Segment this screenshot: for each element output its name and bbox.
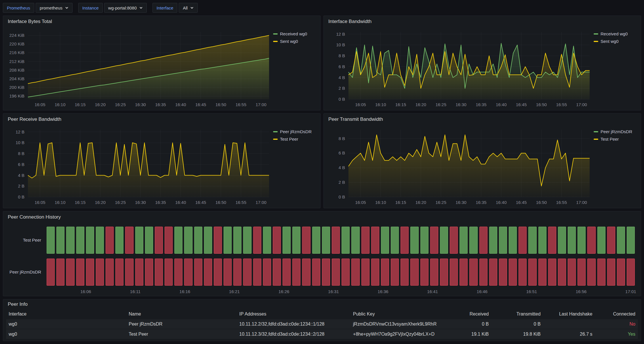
column-header[interactable]: Transmitted — [491, 309, 543, 319]
state-bar-disconnected[interactable] — [430, 227, 438, 254]
state-bar-disconnected[interactable] — [371, 227, 379, 254]
state-bar-disconnected[interactable] — [410, 259, 418, 286]
state-bar-disconnected[interactable] — [233, 259, 241, 286]
state-bar-disconnected[interactable] — [479, 227, 487, 254]
state-bar-disconnected[interactable] — [214, 227, 222, 254]
state-bar-connected[interactable] — [66, 227, 74, 254]
state-bar-disconnected[interactable] — [174, 259, 182, 286]
state-bar-disconnected[interactable] — [204, 259, 212, 286]
state-bar-connected[interactable] — [617, 227, 625, 254]
state-bar-connected[interactable] — [145, 227, 153, 254]
state-bar-connected[interactable] — [489, 227, 497, 254]
state-bar-connected[interactable] — [351, 227, 359, 254]
state-bar-disconnected[interactable] — [243, 259, 251, 286]
state-bar-disconnected[interactable] — [607, 259, 615, 286]
state-bar-disconnected[interactable] — [283, 259, 291, 286]
legend-item[interactable]: Received wg0 — [594, 31, 637, 36]
state-bar-connected[interactable] — [47, 227, 55, 254]
state-bar-disconnected[interactable] — [450, 259, 458, 286]
panel-title[interactable]: Peer Receive Bandwidth — [3, 114, 320, 125]
legend-item[interactable]: Test Peer — [273, 137, 317, 142]
state-bar-connected[interactable] — [578, 227, 586, 254]
state-bar-connected[interactable] — [263, 227, 271, 254]
table-row[interactable]: wg0Test Peer10.11.12.3/32,fdfd:d3ad:c0de… — [6, 329, 638, 339]
panel-title[interactable]: Interface Bytes Total — [3, 16, 320, 27]
time-series-chart[interactable]: 0 B2 B4 B6 B8 B16:0516:1016:1516:2016:25… — [326, 125, 594, 207]
state-bar-disconnected[interactable] — [106, 227, 114, 254]
state-bar-connected[interactable] — [174, 227, 182, 254]
state-bar-disconnected[interactable] — [587, 259, 595, 286]
state-bar-disconnected[interactable] — [597, 259, 605, 286]
column-header[interactable]: Connected — [595, 309, 638, 319]
state-bar-disconnected[interactable] — [578, 259, 586, 286]
time-series-chart[interactable]: 0 B2 B4 B6 B8 B10 B12 B16:0516:1016:1516… — [5, 125, 273, 207]
state-bar-disconnected[interactable] — [292, 259, 300, 286]
var-instance-select[interactable]: wg-portal:8080 — [104, 3, 147, 13]
column-header[interactable]: IP Addresses — [237, 309, 350, 319]
state-bar-disconnected[interactable] — [361, 259, 369, 286]
panel-title[interactable]: Peer Connection History — [3, 211, 641, 223]
panel-title[interactable]: Interface Bandwidth — [324, 16, 641, 27]
state-bar-disconnected[interactable] — [607, 227, 615, 254]
state-bar-disconnected[interactable] — [115, 259, 123, 286]
state-bar-disconnected[interactable] — [469, 259, 477, 286]
state-bar-disconnected[interactable] — [194, 259, 202, 286]
table-row[interactable]: wg0Peer jRzmDsDR10.11.12.2/32,fdfd:d3ad:… — [6, 319, 638, 329]
state-bar-disconnected[interactable] — [322, 259, 330, 286]
legend-item[interactable]: Peer jRzmDsDR — [273, 129, 317, 134]
time-series-chart[interactable]: 196 KiB200 KiB204 KiB208 KiB212 KiB216 K… — [5, 27, 273, 109]
legend-item[interactable]: Sent wg0 — [273, 39, 317, 44]
state-bar-disconnected[interactable] — [627, 259, 635, 286]
state-bar-disconnected[interactable] — [273, 259, 281, 286]
state-bar-disconnected[interactable] — [224, 259, 232, 286]
state-bar-disconnected[interactable] — [263, 259, 271, 286]
state-bar-disconnected[interactable] — [499, 259, 507, 286]
panel-title[interactable]: Peer Transmit Bandwidth — [324, 114, 641, 125]
state-bar-connected[interactable] — [312, 227, 320, 254]
state-bar-connected[interactable] — [204, 227, 212, 254]
state-bar-connected[interactable] — [135, 227, 143, 254]
state-bar-disconnected[interactable] — [86, 259, 94, 286]
state-bar-disconnected[interactable] — [440, 259, 448, 286]
state-bar-disconnected[interactable] — [332, 259, 340, 286]
state-bar-disconnected[interactable] — [332, 227, 340, 254]
column-header[interactable]: Public Key — [350, 309, 445, 319]
state-bar-connected[interactable] — [224, 227, 232, 254]
chart-canvas[interactable]: 0 B2 B4 B6 B8 B16:0516:1016:1516:2016:25… — [326, 125, 594, 207]
state-bar-connected[interactable] — [420, 227, 428, 254]
legend-item[interactable]: Received wg0 — [273, 31, 317, 36]
state-bar-disconnected[interactable] — [381, 259, 389, 286]
state-bar-disconnected[interactable] — [165, 259, 173, 286]
state-bar-connected[interactable] — [558, 227, 566, 254]
legend-item[interactable]: Test Peer — [594, 137, 637, 142]
state-bar-disconnected[interactable] — [351, 259, 359, 286]
state-bar-disconnected[interactable] — [420, 259, 428, 286]
state-bar-disconnected[interactable] — [96, 259, 104, 286]
state-bar-disconnected[interactable] — [253, 259, 261, 286]
state-bar-disconnected[interactable] — [479, 259, 487, 286]
state-bar-disconnected[interactable] — [125, 227, 133, 254]
chart-canvas[interactable]: 196 KiB200 KiB204 KiB208 KiB212 KiB216 K… — [5, 27, 273, 109]
state-bar-connected[interactable] — [184, 227, 192, 254]
state-bar-disconnected[interactable] — [302, 227, 310, 254]
state-bar-disconnected[interactable] — [214, 259, 222, 286]
state-bar-disconnected[interactable] — [489, 259, 497, 286]
state-bar-disconnected[interactable] — [548, 259, 556, 286]
column-header[interactable]: Last Handshake — [543, 309, 595, 319]
state-bar-disconnected[interactable] — [312, 259, 320, 286]
panel-title[interactable]: Peer Info — [3, 299, 641, 309]
state-bar-connected[interactable] — [410, 227, 418, 254]
state-bar-disconnected[interactable] — [519, 259, 527, 286]
state-bar-disconnected[interactable] — [155, 259, 163, 286]
legend-item[interactable]: Sent wg0 — [594, 39, 637, 44]
state-bar-disconnected[interactable] — [401, 227, 409, 254]
time-series-chart[interactable]: 0 B2 B4 B6 B8 B10 B12 B16:0516:1016:1516… — [326, 27, 594, 109]
chart-canvas[interactable]: 0 B2 B4 B6 B8 B10 B12 B16:0516:1016:1516… — [326, 27, 594, 109]
state-bar-disconnected[interactable] — [371, 259, 379, 286]
column-header[interactable]: Received — [445, 309, 491, 319]
state-bar-connected[interactable] — [509, 227, 517, 254]
state-bar-disconnected[interactable] — [184, 259, 192, 286]
state-bar-connected[interactable] — [194, 227, 202, 254]
var-interface-select[interactable]: All — [179, 3, 198, 13]
var-prometheus-select[interactable]: prometheus — [36, 3, 73, 13]
